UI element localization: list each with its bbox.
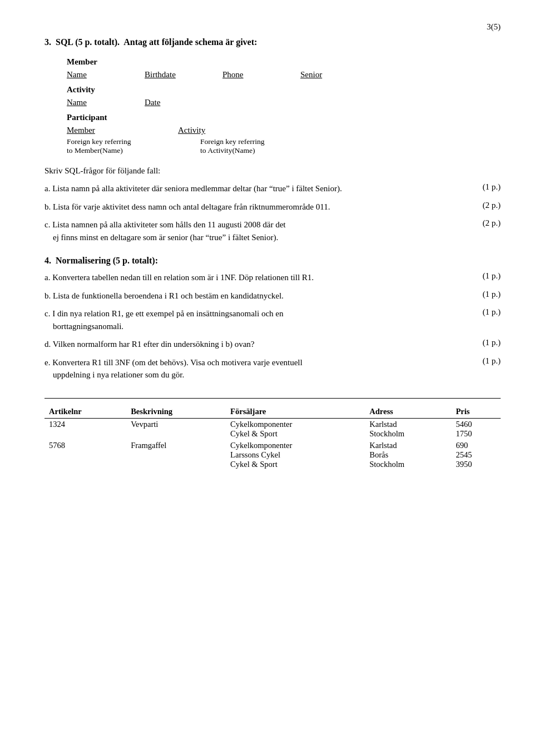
col-forsaljare: Försäljare bbox=[226, 405, 365, 419]
question-4d-line: d. Vilken normalform har R1 efter din un… bbox=[44, 338, 501, 351]
question-3c-text: c. Lista namnen på alla aktiviteter som … bbox=[44, 218, 472, 243]
table-row: 1324 Vevparti CykelkomponenterCykel & Sp… bbox=[44, 418, 501, 440]
section4-title: Normalisering (5 p. totalt): bbox=[56, 256, 158, 265]
question-4b-line: b. Lista de funktionella beroendena i R1… bbox=[44, 290, 501, 302]
question-3b: b. Lista för varje aktivitet dess namn o… bbox=[44, 201, 501, 213]
question-4c: c. I din nya relation R1, ge ett exempel… bbox=[44, 307, 501, 332]
participant-fk2: Foreign key referringto Activity(Name) bbox=[200, 137, 312, 155]
activity-col-date: Date bbox=[145, 98, 200, 107]
activity-table-name: Activity bbox=[67, 85, 501, 94]
question-3c-line: c. Lista namnen på alla aktiviteter som … bbox=[44, 218, 501, 243]
section3-title: SQL (5 p. totalt). bbox=[56, 37, 120, 47]
cell-forsaljare-1: CykelkomponenterCykel & Sport bbox=[226, 418, 365, 440]
question-4b-points: (1 p.) bbox=[483, 290, 501, 302]
schema-container: Member Name Birthdate Phone Senior Activ… bbox=[67, 57, 501, 155]
question-3b-text: b. Lista för varje aktivitet dess namn o… bbox=[44, 201, 472, 213]
participant-fk-row: Foreign key referringto Member(Name) For… bbox=[67, 137, 501, 155]
question-3c-points: (2 p.) bbox=[483, 218, 501, 228]
question-3c: c. Lista namnen på alla aktiviteter som … bbox=[44, 218, 501, 243]
cell-beskrivning-1: Vevparti bbox=[126, 418, 226, 440]
member-col-birthdate: Birthdate bbox=[145, 70, 200, 79]
data-table: Artikelnr Beskrivning Försäljare Adress … bbox=[44, 405, 501, 470]
cell-adress-2: KarlstadBoråsStockholm bbox=[365, 440, 451, 470]
cell-adress-1: KarlstadStockholm bbox=[365, 418, 451, 440]
cell-forsaljare-2: CykelkomponenterLarssons CykelCykel & Sp… bbox=[226, 440, 365, 470]
member-col-phone: Phone bbox=[222, 70, 278, 79]
member-columns-row: Name Birthdate Phone Senior bbox=[67, 70, 501, 79]
participant-columns-row: Member Activity bbox=[67, 126, 501, 135]
question-4a-points: (1 p.) bbox=[483, 271, 501, 284]
question-4a: a. Konvertera tabellen nedan till en rel… bbox=[44, 271, 501, 284]
question-3a-points: (1 p.) bbox=[483, 182, 501, 192]
question-4e-points: (1 p.) bbox=[483, 356, 501, 366]
member-col-senior: Senior bbox=[300, 70, 356, 79]
cell-beskrivning-2: Framgaffel bbox=[126, 440, 226, 470]
table-header-row: Artikelnr Beskrivning Försäljare Adress … bbox=[44, 405, 501, 419]
cell-artikelnr-1: 1324 bbox=[44, 418, 126, 440]
activity-col-name: Name bbox=[67, 98, 122, 107]
question-4c-line: c. I din nya relation R1, ge ett exempel… bbox=[44, 307, 501, 332]
question-4e: e. Konvertera R1 till 3NF (om det behövs… bbox=[44, 356, 501, 381]
question-4b-text: b. Lista de funktionella beroendena i R1… bbox=[44, 290, 472, 302]
question-3a-text: a. Lista namn på alla aktiviteter där se… bbox=[44, 182, 472, 195]
question-4d-text: d. Vilken normalform har R1 efter din un… bbox=[44, 338, 472, 351]
participant-col-activity: Activity bbox=[178, 126, 267, 135]
col-adress: Adress bbox=[365, 405, 451, 419]
question-4c-points: (1 p.) bbox=[483, 307, 501, 317]
section4-label: 4. bbox=[44, 256, 51, 265]
question-4d-points: (1 p.) bbox=[483, 338, 501, 351]
question-4e-text: e. Konvertera R1 till 3NF (om det behövs… bbox=[44, 356, 472, 381]
cell-pris-2: 69025453950 bbox=[451, 440, 501, 470]
cell-pris-1: 54601750 bbox=[451, 418, 501, 440]
questions-intro: Skriv SQL-frågor för följande fall: bbox=[44, 166, 501, 176]
participant-col-member: Member bbox=[67, 126, 156, 135]
table-divider bbox=[44, 398, 501, 399]
question-3a: a. Lista namn på alla aktiviteter där se… bbox=[44, 182, 501, 195]
question-4d: d. Vilken normalform har R1 efter din un… bbox=[44, 338, 501, 351]
col-pris: Pris bbox=[451, 405, 501, 419]
cell-artikelnr-2: 5768 bbox=[44, 440, 126, 470]
question-3b-line: b. Lista för varje aktivitet dess namn o… bbox=[44, 201, 501, 213]
section3-header: 3. SQL (5 p. totalt). Antag att följande… bbox=[44, 37, 501, 47]
question-4a-line: a. Konvertera tabellen nedan till en rel… bbox=[44, 271, 501, 284]
question-3a-line: a. Lista namn på alla aktiviteter där se… bbox=[44, 182, 501, 195]
section3-label: 3. bbox=[44, 37, 51, 47]
participant-table-name: Participant bbox=[67, 113, 501, 122]
participant-fk1: Foreign key referringto Member(Name) bbox=[67, 137, 178, 155]
question-4b: b. Lista de funktionella beroendena i R1… bbox=[44, 290, 501, 302]
member-col-name: Name bbox=[67, 70, 122, 79]
col-beskrivning: Beskrivning bbox=[126, 405, 226, 419]
col-artikelnr: Artikelnr bbox=[44, 405, 126, 419]
question-4a-text: a. Konvertera tabellen nedan till en rel… bbox=[44, 271, 472, 284]
question-4c-text: c. I din nya relation R1, ge ett exempel… bbox=[44, 307, 472, 332]
table-header: Artikelnr Beskrivning Försäljare Adress … bbox=[44, 405, 501, 419]
question-3b-points: (2 p.) bbox=[483, 201, 501, 210]
participant-block: Participant Member Activity Foreign key … bbox=[67, 113, 501, 155]
question-4e-line: e. Konvertera R1 till 3NF (om det behövs… bbox=[44, 356, 501, 381]
table-row: 5768 Framgaffel CykelkomponenterLarssons… bbox=[44, 440, 501, 470]
page-number: 3(5) bbox=[44, 22, 501, 32]
data-table-section: Artikelnr Beskrivning Försäljare Adress … bbox=[44, 405, 501, 470]
section3-intro: Antag att följande schema är givet: bbox=[123, 37, 257, 47]
activity-block: Activity Name Date bbox=[67, 85, 501, 107]
section4-header: 4. Normalisering (5 p. totalt): bbox=[44, 256, 501, 266]
table-body: 1324 Vevparti CykelkomponenterCykel & Sp… bbox=[44, 418, 501, 470]
member-table-name: Member bbox=[67, 57, 501, 67]
activity-columns-row: Name Date bbox=[67, 98, 501, 107]
